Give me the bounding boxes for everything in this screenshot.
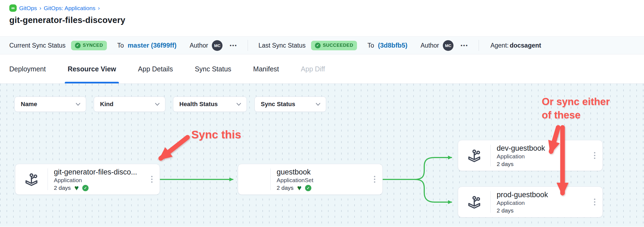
node-age: 2 days: [497, 207, 514, 214]
application-icon: [458, 140, 490, 171]
sync-status-bar: Current Sync Status ✓ SYNCED To master (…: [0, 36, 644, 54]
node-body: dev-guestbook Application 2 days: [491, 140, 587, 171]
node-kebab-menu[interactable]: [367, 164, 382, 194]
gitops-logo-icon: ∞: [9, 4, 17, 12]
filter-sync-status-dropdown[interactable]: Sync Status: [254, 97, 326, 112]
breadcrumb-separator: ›: [39, 5, 41, 11]
tab-deployment[interactable]: Deployment: [9, 54, 46, 83]
application-icon: [15, 164, 48, 194]
chevron-down-icon: [316, 103, 320, 106]
annotation-or-sync-either: Or sync either of these: [542, 95, 610, 122]
last-sync-status-value: SUCCEEDED: [323, 43, 353, 48]
tab-app-details[interactable]: App Details: [138, 54, 173, 83]
edge-to-dev-guestbook: [414, 158, 452, 179]
node-title: prod-guestbook: [497, 191, 587, 199]
last-to-label: To: [367, 42, 374, 49]
health-heart-icon: ♥: [297, 185, 301, 191]
divider: [248, 40, 248, 51]
check-circle-icon: ✓: [75, 43, 81, 48]
breadcrumb-applications[interactable]: GitOps: Applications: [44, 5, 95, 11]
filter-health-status-label: Health Status: [179, 101, 218, 108]
node-kind: Application: [54, 177, 144, 184]
filter-name-dropdown[interactable]: Name: [14, 97, 86, 112]
current-author-avatar[interactable]: MC: [212, 40, 223, 51]
node-prod-guestbook[interactable]: prod-guestbook Application 2 days: [458, 187, 603, 217]
synced-check-icon: ✓: [82, 185, 89, 191]
node-age: 2 days: [277, 185, 294, 191]
edge-to-prod-guestbook: [414, 179, 452, 202]
agent-label: Agent:: [490, 42, 509, 49]
synced-check-icon: ✓: [305, 185, 311, 191]
tab-app-diff: App Diff: [301, 54, 325, 83]
health-heart-icon: ♥: [74, 185, 79, 191]
current-more-menu[interactable]: •••: [230, 43, 237, 48]
node-kebab-menu[interactable]: [144, 164, 160, 194]
node-guestbook[interactable]: guestbook ApplicationSet 2 days ♥ ✓: [238, 164, 383, 195]
node-kind: ApplicationSet: [277, 177, 367, 184]
node-age: 2 days: [54, 185, 71, 191]
node-kind: Application: [497, 200, 587, 206]
breadcrumb-separator: ›: [98, 5, 100, 11]
page-header: ∞ GitOps › GitOps: Applications › git-ge…: [0, 0, 644, 36]
tab-resource-view-label: Resource View: [68, 65, 116, 73]
node-kind: Application: [497, 153, 587, 160]
tab-resource-view[interactable]: Resource View: [68, 54, 116, 83]
last-more-menu[interactable]: •••: [461, 43, 468, 48]
resource-graph-canvas[interactable]: Name Kind Health Status Sync Status: [0, 84, 644, 227]
current-commit-link[interactable]: master (36f99ff): [128, 42, 177, 49]
page-title: git-generator-files-discovery: [9, 15, 644, 25]
current-to-label: To: [117, 42, 124, 49]
breadcrumb-gitops[interactable]: GitOps: [19, 5, 37, 11]
chevron-down-icon: [155, 103, 160, 106]
node-title: guestbook: [277, 168, 367, 176]
check-circle-icon: ✓: [315, 43, 321, 48]
annotation-line-2: of these: [542, 109, 610, 122]
filter-kind-dropdown[interactable]: Kind: [94, 97, 165, 112]
chevron-down-icon: [76, 103, 80, 106]
tab-manifest[interactable]: Manifest: [253, 54, 279, 83]
agent-value: docsagent: [510, 42, 541, 49]
current-sync-status-value: SYNCED: [83, 43, 103, 48]
tab-sync-status[interactable]: Sync Status: [195, 54, 231, 83]
node-dev-guestbook[interactable]: dev-guestbook Application 2 days: [458, 140, 603, 171]
annotation-line-1: Or sync either: [542, 95, 610, 109]
filter-sync-status-label: Sync Status: [261, 101, 295, 108]
filter-bar: Name Kind Health Status Sync Status: [14, 97, 326, 112]
application-icon: [458, 187, 490, 217]
filter-health-status-dropdown[interactable]: Health Status: [173, 97, 247, 112]
last-sync-status-badge: ✓ SUCCEEDED: [311, 41, 357, 50]
node-git-generator-files-discovery[interactable]: git-generator-files-disco... Application…: [15, 164, 160, 195]
breadcrumb: ∞ GitOps › GitOps: Applications ›: [9, 4, 644, 12]
filter-name-label: Name: [21, 101, 37, 108]
node-title: git-generator-files-disco...: [54, 168, 144, 176]
current-sync-status-badge: ✓ SYNCED: [71, 41, 107, 50]
current-author-label: Author: [190, 42, 208, 49]
node-kebab-menu[interactable]: [587, 140, 602, 171]
node-kebab-menu[interactable]: [587, 187, 602, 217]
filter-kind-label: Kind: [100, 101, 113, 108]
chevron-down-icon: [236, 103, 241, 106]
last-author-label: Author: [421, 42, 439, 49]
node-body: guestbook ApplicationSet 2 days ♥ ✓: [271, 164, 367, 194]
applicationset-icon-empty: [238, 164, 270, 194]
current-sync-status-label: Current Sync Status: [9, 42, 66, 49]
annotation-sync-this: Sync this: [191, 128, 241, 141]
last-sync-status-label: Last Sync Status: [258, 42, 306, 49]
node-title: dev-guestbook: [497, 144, 587, 153]
node-body: prod-guestbook Application 2 days: [491, 187, 587, 217]
divider: [479, 40, 479, 51]
tab-bar: Deployment Resource View App Details Syn…: [0, 54, 644, 84]
active-tab-underline: [65, 82, 119, 83]
node-age: 2 days: [497, 161, 514, 167]
last-commit-link[interactable]: (3d8bfb5): [378, 42, 408, 49]
node-body: git-generator-files-disco... Application…: [48, 164, 144, 194]
last-author-avatar[interactable]: MC: [443, 40, 453, 51]
